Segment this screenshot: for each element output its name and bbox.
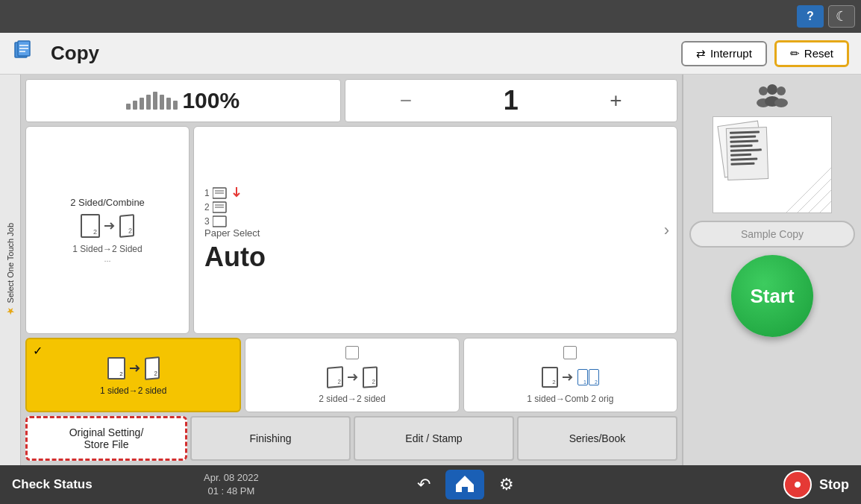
top-controls-row: 100% − 1 +	[25, 79, 677, 122]
copies-control[interactable]: − 1 +	[345, 79, 678, 122]
two-sided-ellipsis: ...	[104, 254, 110, 263]
paper-row-icon-3	[213, 215, 229, 227]
cards-row-2: ✓ 2 2 1 sided→2 sided 2	[25, 338, 677, 412]
back-button[interactable]: ↶	[417, 475, 430, 494]
main-area: ★ Select One Touch Job 100%	[0, 75, 861, 465]
settings-button[interactable]: ⚙	[499, 475, 514, 494]
star-icon: ★	[4, 306, 16, 317]
cards-row-1: 2 Sided/Combine 2 2 1 Sided→2 Sided ...	[25, 126, 677, 334]
svg-line-20	[809, 190, 831, 212]
help-button[interactable]: ?	[797, 5, 824, 28]
duplex-3-diagram: 2 1 2	[542, 367, 599, 388]
two-sided-diagram: 2 2	[81, 214, 134, 238]
one-sided-two-sided-card[interactable]: ✓ 2 2 1 sided→2 sided	[25, 338, 241, 412]
checkbox-icon	[345, 346, 359, 359]
paper-row-icon-2	[213, 201, 229, 213]
tab-finishing[interactable]: Finishing	[190, 416, 351, 461]
tab-original-setting[interactable]: Original Setting/ Store File	[25, 416, 187, 461]
svg-point-12	[759, 86, 768, 95]
start-button[interactable]: Start	[731, 255, 813, 337]
arrow-right-icon-2	[128, 362, 142, 375]
reset-icon: ✏	[790, 47, 800, 60]
chevron-right-icon: ›	[664, 221, 669, 240]
arrow-right-icon-4	[561, 371, 574, 384]
preview-paper-front	[726, 127, 768, 180]
document-preview	[713, 116, 832, 213]
plus-label: +	[610, 89, 622, 113]
bottom-tabs: Original Setting/ Store File Finishing E…	[25, 416, 677, 461]
night-mode-button[interactable]: ☾	[828, 5, 855, 28]
arrow-right-icon	[103, 219, 116, 233]
paper-select-title: Paper Select	[204, 227, 266, 239]
svg-line-21	[820, 201, 831, 212]
duplex-1-label: 1 sided→2 sided	[100, 385, 166, 396]
people-icon	[689, 82, 855, 109]
svg-line-18	[786, 168, 831, 212]
tab-series-book[interactable]: Series/Book	[517, 416, 677, 461]
paper-rows: 1 2 3	[204, 187, 241, 227]
copy-icon	[12, 38, 43, 69]
zoom-bars	[126, 92, 178, 110]
check-status-label[interactable]: Check Status	[12, 477, 204, 492]
stop-area: Stop	[657, 470, 849, 499]
interrupt-icon: ⇄	[696, 47, 706, 60]
header: Copy ⇄ Interrupt ✏ Reset	[0, 33, 861, 75]
svg-point-17	[774, 98, 788, 107]
home-icon	[454, 474, 475, 492]
home-button-container[interactable]	[445, 470, 484, 500]
checkbox-icon-2	[563, 346, 577, 359]
sample-copy-button[interactable]: Sample Copy	[689, 221, 855, 248]
reset-button[interactable]: ✏ Reset	[774, 40, 849, 67]
duplex-2-diagram: 2 2	[327, 367, 378, 388]
copies-value: 1	[504, 85, 519, 116]
zoom-control[interactable]: 100%	[25, 79, 341, 122]
interrupt-button[interactable]: ⇄ Interrupt	[681, 41, 767, 66]
svg-point-13	[767, 84, 777, 95]
tab-edit-stamp[interactable]: Edit / Stamp	[354, 416, 514, 461]
duplex-2-label: 2 sided→2 sided	[319, 394, 385, 404]
preview-diagonal-icon	[786, 168, 831, 212]
svg-line-19	[798, 179, 831, 212]
content-area: 100% − 1 + 2 Sided/Combine 2 2	[21, 75, 682, 465]
right-panel: Sample Copy Start	[682, 75, 861, 465]
datetime-display: Apr. 08 2022 01 : 48 PM	[204, 471, 259, 498]
paper-select-value: Auto	[204, 242, 266, 273]
paper-select-card[interactable]: 1 2 3 Paper Select Auto	[193, 126, 677, 334]
select-one-touch-tab[interactable]: ★ Select One Touch Job	[0, 75, 21, 465]
side-tab-label: Select One Touch Job	[6, 223, 15, 303]
two-sided-combine-card[interactable]: 2 Sided/Combine 2 2 1 Sided→2 Sided ...	[25, 126, 190, 334]
checkmark-icon: ✓	[33, 344, 43, 358]
duplex-3-label: 1 sided→Comb 2 orig	[527, 394, 613, 404]
arrow-down-red-icon	[232, 187, 241, 199]
minus-label: −	[400, 89, 412, 113]
two-sided-two-sided-card[interactable]: 2 2 2 sided→2 sided	[245, 338, 459, 412]
top-bar: ? ☾	[0, 0, 861, 33]
one-sided-comb-card[interactable]: 2 1 2 1 sided→Comb 2 orig	[463, 338, 677, 412]
duplex-1-diagram: 2 2	[107, 357, 160, 379]
paper-row-icon-1	[213, 187, 229, 199]
arrow-right-icon-3	[346, 371, 360, 384]
stop-label[interactable]: Stop	[819, 477, 849, 493]
two-sided-subtitle: 1 Sided→2 Sided	[72, 244, 142, 254]
status-bar: Check Status Apr. 08 2022 01 : 48 PM ↶ ⚙…	[0, 465, 861, 504]
svg-rect-11	[213, 216, 226, 227]
two-sided-title: 2 Sided/Combine	[70, 197, 145, 208]
zoom-value: 100%	[182, 88, 239, 113]
nav-buttons: ↶ ⚙	[274, 470, 657, 500]
page-title: Copy	[51, 42, 681, 65]
stop-circle-icon	[783, 470, 812, 499]
svg-point-14	[777, 86, 786, 95]
